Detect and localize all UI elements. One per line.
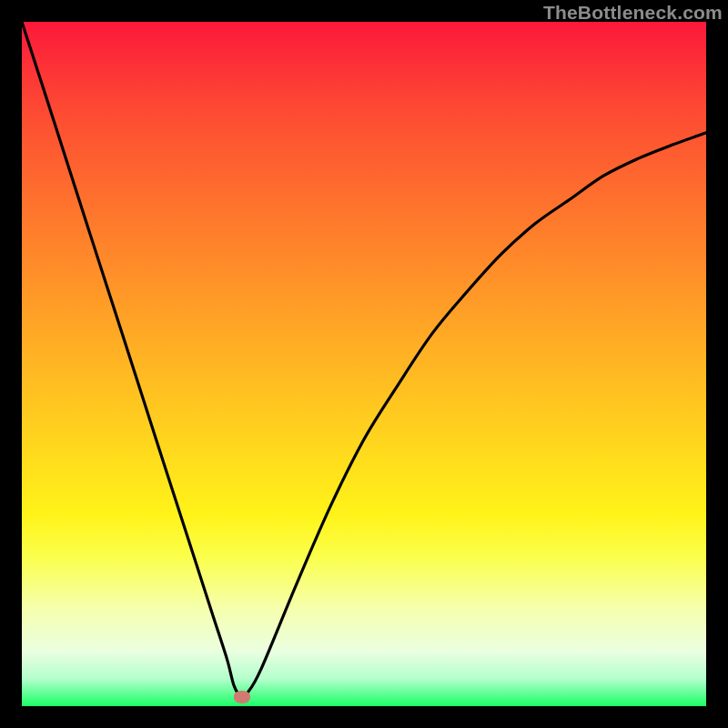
- chart-area: [22, 22, 706, 706]
- watermark-text: TheBottleneck.com: [543, 2, 723, 24]
- bottleneck-curve: [22, 22, 706, 696]
- optimal-point-marker: [234, 691, 250, 703]
- curve-layer: [22, 22, 706, 706]
